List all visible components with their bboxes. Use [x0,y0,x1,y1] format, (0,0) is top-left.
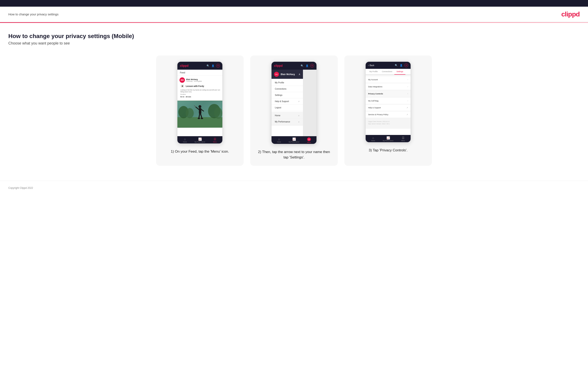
home-icon-3: ⌂ [372,136,374,140]
settings-icon[interactable]: ⚙ [216,64,220,67]
settings-list: My Account › Data Integrations › Privacy… [366,75,411,129]
top-bar [0,0,588,7]
settings-service-privacy-label: Service & Privacy Policy [368,114,388,116]
menu-nav-home-label: Home [275,114,280,117]
tab-my-profile[interactable]: My Profile [367,69,380,75]
phone-bottom-nav-2: ⌂ Home 📈 My Performance ✕ Menu [271,136,317,144]
phone-content-2: BM Blair McHarg ∧ My Profile Connection [271,70,317,136]
post-username: Blair McHarg [186,78,202,81]
header: How to change your privacy settings clip… [0,7,588,22]
search-icon-2[interactable]: 🔍 [300,64,304,67]
performance-chevron: ∨ [298,121,300,123]
menu-user-info: BM Blair McHarg [274,72,295,77]
nav-home[interactable]: ⌂ Home [177,137,192,143]
version-line-2: GQL Server Version: 2022.7.30-1 [368,123,408,125]
menu-item-logout[interactable]: Logout [271,105,303,111]
svg-rect-7 [199,108,201,114]
main-content: How to change your privacy settings (Mob… [0,23,588,174]
step-1-card: clippd 🔍 👤 ⚙ Feed BM Blair McHarg [156,56,244,166]
menu-panel: BM Blair McHarg ∧ My Profile Connection [271,70,303,126]
home-icon-2: ⌂ [278,137,280,141]
nav-home-label-3: Home [371,140,375,142]
step-2-card: clippd 🔍 👤 ⚙ [250,56,338,166]
svg-point-6 [199,105,201,108]
golf-scene-svg [177,101,222,128]
step-1-caption: 1) On your Feed, tap the 'Menu' icon. [171,149,229,154]
phone-logo-1: clippd [180,64,189,67]
back-button[interactable]: ‹ Back [368,64,374,67]
data-integrations-arrow: › [407,85,408,88]
menu-item-my-profile[interactable]: My Profile [271,80,303,86]
svg-point-5 [214,108,222,119]
user-icon[interactable]: 👤 [211,64,215,67]
phone-logo-2: clippd [274,64,283,67]
menu-item-help[interactable]: Help & Support ↗ [271,98,303,105]
search-icon-3[interactable]: 🔍 [394,63,398,67]
user-icon-2[interactable]: 👤 [305,64,309,67]
settings-item-my-account[interactable]: My Account › [366,76,411,83]
menu-nav-performance[interactable]: My Performance ∨ [271,119,303,125]
nav-home-3[interactable]: ⌂ Home [366,136,380,142]
nav-home-2[interactable]: ⌂ Home [271,137,286,143]
svg-point-14 [201,118,203,119]
nav-performance[interactable]: 📈 My Performance [192,137,208,143]
steps-container: clippd 🔍 👤 ⚙ Feed BM Blair McHarg [8,56,580,166]
tab-connections[interactable]: Connections [380,69,394,75]
nav-menu-label-2: Menu [307,142,311,143]
settings-icon-3[interactable]: ⚙ [404,63,408,67]
menu-nav-performance-label: My Performance [275,121,290,123]
step-2-caption: 2) Then, tap the arrow next to your name… [255,149,333,160]
user-icon-3[interactable]: 👤 [399,63,403,67]
search-icon[interactable]: 🔍 [206,64,210,67]
post-duration-label: Duration [180,93,220,95]
nav-menu-3[interactable]: ☰ Menu [396,136,411,142]
menu-nav-section: Home ∨ My Performance ∨ [271,112,303,126]
phone-bottom-nav-1: ⌂ Home 📈 My Performance ☰ Menu [177,136,222,143]
nav-performance-2[interactable]: 📈 My Performance [286,137,302,143]
menu-item-settings-label: Settings [275,94,282,96]
nav-performance-label-2: My Performance [289,141,299,143]
settings-icon-2[interactable]: ⚙ [310,64,314,67]
menu-close-btn[interactable]: ✕ [307,137,311,141]
post-text: Looking to feel like my hands are exitin… [180,89,220,93]
settings-item-privacy-controls[interactable]: Privacy Controls › [366,91,411,97]
nav-performance-label-3: My Performance [383,140,393,142]
settings-item-help[interactable]: Help & Support ↗ [366,105,411,111]
blurred-background [303,70,317,136]
version-line-1: Clippd Client Version: 2022.8.3-3 [368,120,408,123]
post-user: BM Blair McHarg Yesterday · Sunningdale [180,77,220,83]
settings-privacy-controls-label: Privacy Controls [368,93,383,95]
phone-header-icons-2: 🔍 👤 ⚙ [300,64,314,67]
settings-version: Clippd Client Version: 2022.8.3-3 GQL Se… [366,118,411,127]
menu-nav-home[interactable]: Home ∨ [271,112,303,119]
settings-data-integrations-label: Data Integrations [368,86,382,88]
nav-menu-close[interactable]: ✕ Menu [302,137,317,143]
menu-user-row: BM Blair McHarg ∧ [271,70,303,79]
home-icon: ⌂ [184,137,186,141]
menu-avatar: BM [274,72,279,77]
settings-my-golf-bag-label: My Golf Bag [368,100,379,102]
settings-my-account-label: My Account [368,79,378,81]
menu-icon: ☰ [214,137,216,141]
menu-item-settings[interactable]: Settings [271,92,303,98]
nav-performance-label: My Performance [194,141,205,143]
phone-bottom-nav-3: ⌂ Home 📈 My Performance ☰ Menu [366,135,411,142]
tab-settings[interactable]: Settings [394,69,405,75]
menu-item-connections[interactable]: Connections [271,86,303,92]
phone-mockup-1: clippd 🔍 👤 ⚙ Feed BM Blair McHarg [177,61,223,144]
home-chevron: ∨ [298,115,300,117]
performance-icon-2: 📈 [292,137,296,141]
nav-menu[interactable]: ☰ Menu [208,137,222,143]
settings-item-my-golf-bag[interactable]: My Golf Bag › [366,98,411,104]
nav-menu-label-3: Menu [401,140,405,142]
menu-expand-arrow[interactable]: ∧ [299,73,301,76]
settings-item-service-privacy[interactable]: Service & Privacy Policy ↗ [366,111,411,118]
external-icon: ↗ [298,100,300,102]
nav-performance-3[interactable]: 📈 My Performance [380,136,396,142]
settings-item-data-integrations[interactable]: Data Integrations › [366,83,411,90]
menu-list: My Profile Connections Settings Help & S… [271,79,303,112]
phone-mockup-3: ‹ Back 🔍 👤 ⚙ My Profile Connections Sett… [365,61,411,143]
post-lesson-title: Lesson with Fordy [186,85,204,87]
nav-home-label: Home [183,141,187,143]
settings-help-label: Help & Support [368,107,381,109]
